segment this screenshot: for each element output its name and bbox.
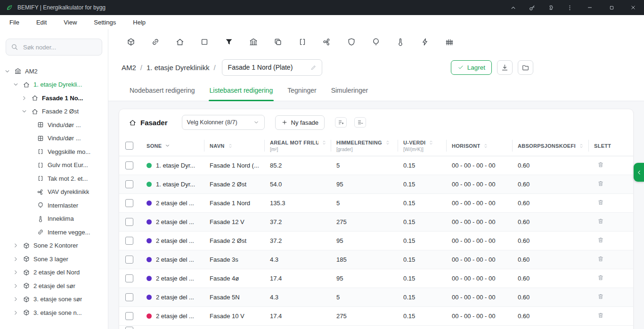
new-fasade-button[interactable]: Ny fasade — [275, 115, 325, 130]
tree-item-label: 3. etasje sone sør — [33, 296, 82, 303]
tree-item-2-etasje-del-sør[interactable]: 2 etasje del sør — [0, 279, 108, 293]
close-button[interactable] — [622, 0, 644, 15]
col-header-horisont[interactable]: HORISONT — [446, 136, 512, 156]
col-header-navn[interactable]: NAVN — [204, 136, 264, 156]
search-input[interactable] — [22, 43, 97, 51]
col-header-himmelretning[interactable]: HIMMELRETNING[grader] — [331, 136, 398, 156]
columns-select[interactable]: Velg Kolonner (8/7) — [182, 115, 265, 130]
tree-item-am2[interactable]: AM2 — [0, 64, 108, 78]
titlebar-chevron-up-button[interactable] — [504, 0, 522, 15]
column-label: ABSORPSJONSKOEFI — [518, 143, 576, 149]
tree-item-vindu-dør[interactable]: Vindu/dør ... — [0, 118, 108, 132]
menu-settings[interactable]: Settings — [94, 19, 116, 26]
delete-row-button[interactable] — [597, 293, 604, 300]
saved-button[interactable]: Lagret — [451, 60, 492, 75]
download-button[interactable] — [497, 60, 513, 75]
current-node-name: Fasade 1 Nord (Plate) — [228, 64, 293, 71]
fence-tool-button[interactable] — [445, 37, 454, 47]
tree-item-sone-2-kontorer[interactable]: Sone 2 Kontorer — [0, 239, 108, 253]
fan-tool-button[interactable] — [322, 37, 332, 47]
menu-help[interactable]: Help — [133, 19, 146, 26]
tree-item-3-etasje-sone-n[interactable]: 3. etasje sone n... — [0, 306, 108, 320]
tree-item-vav-dyreklinikk[interactable]: VAV dyreklinikk — [0, 185, 108, 199]
shield-tool-button[interactable] — [347, 37, 356, 47]
tree-item-veggskille-mo[interactable]: Veggskille mo... — [0, 145, 108, 159]
delete-row-button[interactable] — [597, 274, 604, 281]
row-checkbox[interactable] — [125, 327, 133, 329]
tab-simuleringer[interactable]: Simuleringer — [330, 80, 369, 101]
more-options-button[interactable] — [560, 0, 579, 15]
tree-item-fasade-1-no[interactable]: Fasade 1 No... — [0, 91, 108, 105]
delete-row-button[interactable] — [597, 161, 604, 169]
tab-listebasert-redigering[interactable]: Listebasert redigering — [209, 80, 274, 101]
row-checkbox[interactable] — [125, 237, 133, 245]
package-tool-button[interactable] — [126, 37, 136, 47]
expand-all-button[interactable] — [335, 117, 347, 128]
tree-item-vindu-dør[interactable]: Vindu/dør ... — [0, 132, 108, 145]
col-header-u-verdi[interactable]: U-VERDI[W/(m²K)] — [398, 136, 446, 156]
tree-item-2-etasje-del-nord[interactable]: 2 etasje del Nord — [0, 266, 108, 280]
building-tool-button[interactable] — [249, 37, 258, 47]
home-tool-button[interactable] — [175, 37, 185, 47]
tree-item-gulv-mot-eur[interactable]: Gulv mot Eur... — [0, 159, 108, 172]
tree-item-internlaster[interactable]: Internlaster — [0, 199, 108, 212]
tree-item-fasade-2-øst[interactable]: Fasade 2 Øst — [0, 105, 108, 119]
col-header-sone[interactable]: SONE — [141, 136, 204, 156]
copy-tool-button[interactable] — [273, 37, 283, 47]
col-header-slett[interactable]: SLETT — [588, 136, 633, 156]
minimize-button[interactable] — [579, 0, 601, 15]
menu-file[interactable]: File — [9, 19, 19, 26]
delete-row-button[interactable] — [597, 180, 604, 187]
bulb-tool-button[interactable] — [371, 37, 381, 47]
maximize-button[interactable] — [601, 0, 622, 15]
row-checkbox[interactable] — [125, 161, 133, 169]
square-tool-button[interactable] — [200, 37, 209, 47]
tree-item-sone-3-lager[interactable]: Sone 3 lager — [0, 252, 108, 266]
row-checkbox[interactable] — [125, 256, 133, 264]
breadcrumb-item[interactable]: 1. etasje Dyreklinikk — [147, 64, 209, 72]
col-header-absorpsjonskoefi[interactable]: ABSORPSJONSKOEFI — [512, 136, 588, 156]
link-tool-button[interactable] — [151, 37, 160, 47]
row-checkbox[interactable] — [125, 180, 133, 188]
tree-item-1-etasje-dyrekli[interactable]: 1. etasje Dyrekli... — [0, 78, 108, 92]
tree-item-interne-vegge[interactable]: Interne vegge... — [0, 225, 108, 239]
zone-color-dot — [147, 201, 152, 206]
thermo-tool-button[interactable] — [396, 37, 405, 47]
delete-row-button[interactable] — [597, 312, 604, 319]
tree-item-3-etasje-sone-sør[interactable]: 3. etasje sone sør — [0, 293, 108, 306]
tree-item-label: Vindu/dør ... — [48, 121, 81, 128]
col-header-areal-mot-friluf[interactable]: AREAL MOT FRILUF[m²] — [264, 136, 331, 156]
tree-item-tak-mot-2-et[interactable]: Tak mot 2. et... — [0, 172, 108, 185]
breadcrumb-separator: / — [213, 64, 215, 72]
row-checkbox[interactable] — [125, 274, 133, 282]
row-checkbox[interactable] — [125, 199, 133, 207]
delete-row-button[interactable] — [597, 199, 604, 206]
tab-tegninger[interactable]: Tegninger — [286, 80, 318, 101]
node-search-box[interactable] — [6, 39, 102, 56]
breadcrumb-item[interactable]: AM2 — [122, 64, 136, 72]
lightning-tool-button[interactable] — [420, 37, 430, 47]
row-checkbox[interactable] — [125, 218, 133, 226]
select-all-checkbox[interactable] — [125, 142, 133, 150]
extensions-puzzle-button[interactable] — [541, 0, 560, 15]
row-checkbox[interactable] — [125, 293, 133, 301]
funnel-tool-button[interactable] — [224, 37, 234, 47]
delete-row-button[interactable] — [597, 236, 604, 244]
menu-view[interactable]: View — [64, 19, 77, 26]
delete-row-button[interactable] — [597, 255, 604, 263]
brackets-tool-button[interactable] — [298, 37, 307, 47]
tab-nodebasert-redigering[interactable]: Nodebasert redigering — [129, 80, 196, 101]
key-button[interactable] — [522, 0, 541, 15]
current-node-name-field[interactable]: Fasade 1 Nord (Plate) — [222, 59, 322, 76]
box-icon — [23, 282, 30, 289]
collapse-all-button[interactable] — [354, 117, 366, 128]
fasader-panel: Fasader Velg Kolonner (8/7) Ny fasade SO… — [119, 109, 634, 329]
folder-button[interactable] — [518, 60, 533, 75]
table-row: 2 etasje del ...Fasade 3s4.31850.1500 - … — [119, 250, 633, 269]
row-checkbox[interactable] — [125, 312, 133, 320]
cell-navn: Fasade 5N — [204, 294, 264, 301]
delete-row-button[interactable] — [597, 217, 604, 225]
tree-item-inneklima[interactable]: Inneklima — [0, 212, 108, 226]
side-panel-toggle[interactable] — [634, 163, 644, 182]
menu-edit[interactable]: Edit — [36, 19, 47, 26]
